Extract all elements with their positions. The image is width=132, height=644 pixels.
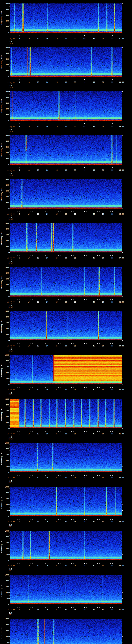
x-minor-tick xyxy=(40,256,40,256)
x-tick-label: 30 xyxy=(65,609,67,610)
x-minor-tick xyxy=(12,256,12,256)
x-major-tick xyxy=(38,387,38,388)
y-minor-tick xyxy=(10,376,10,376)
x-minor-tick xyxy=(30,168,31,168)
x-tick-label: 50 xyxy=(102,389,104,391)
y-tick-label: 200 xyxy=(0,598,9,599)
x-minor-tick xyxy=(90,475,90,476)
y-tick-label: 800 xyxy=(0,316,9,318)
x-minor-tick xyxy=(73,36,74,36)
x-major-tick xyxy=(19,519,20,520)
y-minor-tick xyxy=(10,513,10,514)
spectrogram-canvas xyxy=(10,223,122,252)
y-major-tick xyxy=(9,384,10,384)
y-minor-tick xyxy=(10,156,10,156)
y-major-tick xyxy=(122,59,123,59)
y-minor-tick xyxy=(122,58,122,58)
y-major-tick xyxy=(122,159,123,159)
x-tick-label: 10 xyxy=(28,125,30,127)
x-minor-tick xyxy=(60,168,60,168)
x-minor-tick xyxy=(53,36,53,36)
y-minor-tick xyxy=(10,22,10,23)
x-minor-tick xyxy=(60,563,60,564)
x-minor-tick xyxy=(73,607,74,608)
x-minor-tick xyxy=(30,475,31,476)
x-minor-tick xyxy=(36,431,36,432)
x-major-tick xyxy=(47,475,48,476)
y-minor-tick xyxy=(10,60,10,61)
x-tick-label: 5 xyxy=(19,521,20,522)
end-time-label: 40:00 xyxy=(119,389,124,391)
x-minor-tick xyxy=(40,344,40,344)
x-minor-tick xyxy=(77,607,77,608)
x-major-tick xyxy=(103,123,103,124)
y-minor-tick xyxy=(10,414,10,414)
x-major-tick xyxy=(94,79,94,80)
x-minor-tick xyxy=(21,344,22,344)
x-minor-tick xyxy=(21,36,22,36)
y-major-tick xyxy=(122,455,123,455)
x-minor-tick xyxy=(32,607,32,608)
x-minor-tick xyxy=(77,124,77,124)
y-minor-tick xyxy=(122,336,122,336)
y-major-tick xyxy=(9,191,10,191)
date-label: 12Jul2016 xyxy=(8,303,12,308)
x-minor-tick xyxy=(44,80,44,80)
x-minor-tick xyxy=(14,344,14,344)
y-minor-tick xyxy=(122,312,122,313)
x-minor-tick xyxy=(70,124,70,124)
x-minor-tick xyxy=(107,168,107,168)
y-minor-tick xyxy=(10,453,10,454)
x-tick-label: 55 xyxy=(112,257,114,259)
y-minor-tick xyxy=(122,93,122,93)
y-minor-tick xyxy=(10,110,10,111)
y-minor-tick xyxy=(10,603,10,603)
spectrogram-panel: Frequency (Hz) 12:44:00 45:00 12Jul2016 … xyxy=(0,572,132,616)
x-minor-tick xyxy=(90,387,90,388)
y-tick-label: 600 xyxy=(0,630,9,632)
x-minor-tick xyxy=(90,256,90,256)
x-tick-label: 55 xyxy=(112,125,114,127)
y-major-tick xyxy=(9,229,10,229)
y-tick-label: 0 xyxy=(0,428,9,429)
x-minor-tick xyxy=(107,563,107,564)
time-axis-line xyxy=(10,564,122,564)
y-minor-tick xyxy=(10,452,10,452)
y-tick-label: 0 xyxy=(0,515,9,517)
y-minor-tick xyxy=(122,108,122,108)
spectrogram-canvas xyxy=(10,179,122,208)
x-minor-tick xyxy=(34,431,34,432)
x-minor-tick xyxy=(18,36,18,36)
x-minor-tick xyxy=(27,563,27,564)
x-minor-tick xyxy=(27,344,27,344)
y-tick-label: 0 xyxy=(0,296,9,298)
y-minor-tick xyxy=(122,113,122,114)
x-major-tick xyxy=(10,123,10,124)
y-axis-title-text: Frequency (Hz) xyxy=(1,363,3,377)
x-minor-tick xyxy=(18,563,18,564)
y-minor-tick xyxy=(10,206,10,206)
time-axis-line xyxy=(10,476,122,476)
y-axis-title: Frequency (Hz) xyxy=(0,355,3,384)
y-minor-tick xyxy=(122,20,122,20)
x-major-tick xyxy=(56,123,57,124)
y-minor-tick xyxy=(122,506,122,506)
x-major-tick xyxy=(38,299,38,300)
time-axis-line xyxy=(10,80,122,80)
x-minor-tick xyxy=(18,607,18,608)
y-minor-tick xyxy=(122,239,122,240)
x-major-tick xyxy=(28,519,29,520)
y-major-tick xyxy=(122,378,123,379)
x-minor-tick xyxy=(40,36,40,36)
x-tick-label: 40 xyxy=(84,565,86,566)
x-tick-label: 45 xyxy=(93,609,95,610)
y-tick-label: 200 xyxy=(0,202,9,204)
y-axis-line-left xyxy=(10,267,10,297)
x-tick-label: 25 xyxy=(56,565,58,566)
x-minor-tick xyxy=(30,212,31,212)
x-minor-tick xyxy=(23,124,23,124)
y-minor-tick xyxy=(10,582,10,582)
y-minor-tick xyxy=(10,620,10,620)
y-major-tick xyxy=(122,208,123,209)
x-tick-label: 45 xyxy=(93,301,95,303)
